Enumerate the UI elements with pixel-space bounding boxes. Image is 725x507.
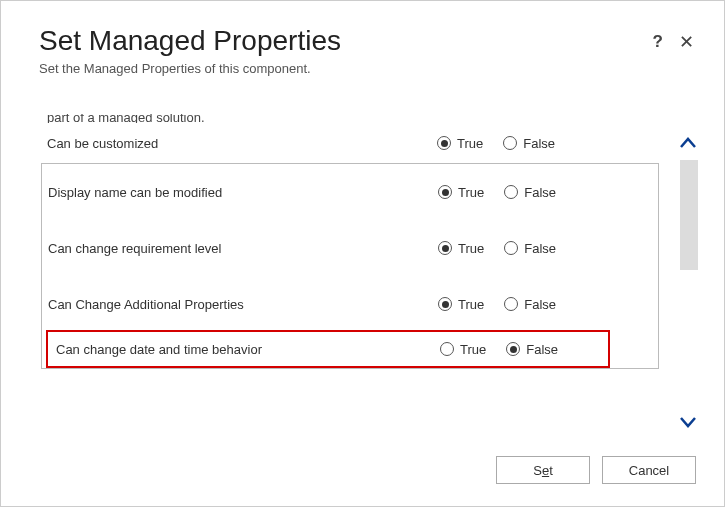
radios-display-name: True False	[438, 185, 556, 200]
radios-can-be-customized: True False	[437, 136, 555, 151]
cancel-button[interactable]: Cancel	[602, 456, 696, 484]
dialog-subtitle: Set the Managed Properties of this compo…	[39, 61, 341, 76]
radio-datetime-true[interactable]: True	[440, 342, 486, 357]
radio-reqlevel-false[interactable]: False	[504, 241, 556, 256]
radio-displayname-false[interactable]: False	[504, 185, 556, 200]
dialog-footer: Set Cancel	[496, 456, 696, 484]
dialog-header: Set Managed Properties Set the Managed P…	[39, 25, 698, 76]
truncated-text: part of a managed solution.	[47, 114, 698, 123]
radio-additional-false[interactable]: False	[504, 297, 556, 312]
label-datetime-behavior: Can change date and time behavior	[56, 342, 440, 357]
help-icon[interactable]: ?	[653, 33, 663, 51]
row-can-be-customized: Can be customized True False	[39, 129, 698, 157]
row-datetime-highlight: Can change date and time behavior True F…	[46, 330, 610, 368]
label-requirement-level: Can change requirement level	[48, 241, 438, 256]
close-icon[interactable]: ✕	[679, 33, 694, 51]
label-can-be-customized: Can be customized	[47, 136, 437, 151]
radio-customized-false[interactable]: False	[503, 136, 555, 151]
radios-additional-properties: True False	[438, 297, 556, 312]
dialog-title: Set Managed Properties	[39, 25, 341, 57]
sub-properties-group: Display name can be modified True False …	[41, 163, 659, 369]
header-text: Set Managed Properties Set the Managed P…	[39, 25, 341, 76]
radio-customized-true[interactable]: True	[437, 136, 483, 151]
radio-datetime-false[interactable]: False	[506, 342, 558, 357]
radio-reqlevel-true[interactable]: True	[438, 241, 484, 256]
managed-properties-dialog: Set Managed Properties Set the Managed P…	[0, 0, 725, 507]
row-additional-properties: Can Change Additional Properties True Fa…	[42, 276, 658, 332]
scrollbar-thumb[interactable]	[680, 160, 698, 270]
label-additional-properties: Can Change Additional Properties	[48, 297, 438, 312]
radios-requirement-level: True False	[438, 241, 556, 256]
scroll-down-icon[interactable]	[676, 410, 700, 434]
content-area: part of a managed solution. Can be custo…	[39, 114, 698, 414]
radios-datetime-behavior: True False	[440, 342, 558, 357]
row-display-name: Display name can be modified True False	[42, 164, 658, 220]
label-display-name: Display name can be modified	[48, 185, 438, 200]
row-datetime-behavior: Can change date and time behavior True F…	[50, 332, 604, 366]
set-button[interactable]: Set	[496, 456, 590, 484]
radio-additional-true[interactable]: True	[438, 297, 484, 312]
header-icons: ? ✕	[653, 25, 698, 51]
row-requirement-level: Can change requirement level True False	[42, 220, 658, 276]
scroll-up-icon[interactable]	[676, 132, 700, 156]
radio-displayname-true[interactable]: True	[438, 185, 484, 200]
